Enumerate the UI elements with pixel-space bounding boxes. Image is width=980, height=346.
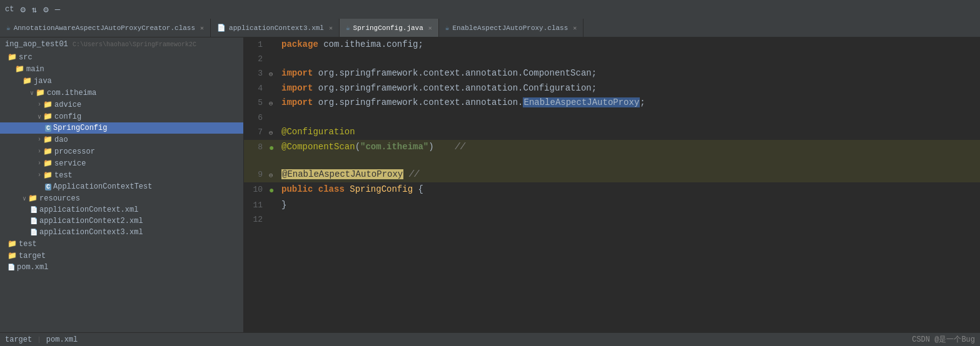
appcontext3-xml-icon: 📄 bbox=[30, 229, 38, 236]
tab-enableaspect[interactable]: ☕ EnableAspectJAutoProxy.class ✕ bbox=[439, 19, 584, 37]
line-num-4: 4 bbox=[244, 81, 269, 96]
enableaspect-tab-icon: ☕ bbox=[445, 24, 450, 32]
com-itheima-label: com.itheima bbox=[47, 89, 96, 97]
line-marker-5: ⊖ bbox=[269, 96, 279, 111]
tree-item-main[interactable]: 📁 main bbox=[0, 63, 243, 75]
settings-icon[interactable]: ⚙ bbox=[20, 4, 25, 15]
processor-icon: 📁 bbox=[43, 147, 53, 156]
tree-item-target[interactable]: 📁 target bbox=[0, 250, 243, 262]
tree-item-resources[interactable]: ∨ 📁 resources bbox=[0, 192, 243, 204]
line-content-7: @Configuration bbox=[279, 125, 980, 140]
advice-arrow: › bbox=[38, 101, 41, 108]
tab-appcontext3[interactable]: 📄 applicationContext3.xml ✕ bbox=[211, 19, 340, 37]
tree-item-com-itheima[interactable]: ∨ 📁 com.itheima bbox=[0, 87, 243, 99]
line-num-2: 2 bbox=[244, 52, 269, 66]
tree-item-dao[interactable]: › 📁 dao bbox=[0, 134, 243, 146]
target-label-tree: target bbox=[19, 252, 46, 260]
sidebar: ing_aop_test01 C:\Users\haohao\SpringFra… bbox=[0, 37, 244, 332]
dao-arrow: › bbox=[38, 136, 41, 143]
tree-item-src[interactable]: 📁 src bbox=[0, 51, 243, 63]
appcontext3-tab-icon: 📄 bbox=[217, 24, 226, 32]
minimize-icon[interactable]: — bbox=[55, 4, 60, 14]
pom-label: pom.xml bbox=[46, 335, 78, 344]
tab-springconfig[interactable]: ☕ SpringConfig.java ✕ bbox=[340, 19, 439, 37]
line-content-2 bbox=[279, 52, 980, 66]
tab-enableaspect-close[interactable]: ✕ bbox=[573, 24, 577, 32]
service-arrow: › bbox=[38, 160, 41, 167]
appcontext3-tree-label: applicationContext3.xml bbox=[39, 228, 143, 237]
line-num-10: 10 bbox=[244, 182, 269, 198]
code-line-11: 11 } bbox=[244, 198, 980, 212]
config-icon-tree: 📁 bbox=[43, 112, 53, 121]
line-content-1: package com.itheima.config; bbox=[279, 37, 980, 52]
tab-annotation-aware[interactable]: ☕ AnnotationAwareAspectJAutoProxyCreator… bbox=[0, 19, 211, 37]
tree-item-appcontexttest[interactable]: C ApplicationContextTest bbox=[0, 181, 243, 192]
line-marker-12 bbox=[269, 212, 279, 227]
tab-appcontext3-close[interactable]: ✕ bbox=[329, 24, 333, 32]
resources-label: resources bbox=[39, 194, 80, 203]
line-num-1: 1 bbox=[244, 37, 269, 52]
pom-label-tree: pom.xml bbox=[17, 263, 48, 272]
line-content-12 bbox=[279, 212, 980, 227]
code-line-12: 12 bbox=[244, 212, 980, 227]
tree-item-config[interactable]: ∨ 📁 config bbox=[0, 111, 243, 122]
tree-item-pom[interactable]: 📄 pom.xml bbox=[0, 262, 243, 273]
config-label: config bbox=[54, 112, 81, 121]
project-title: ing_aop_test01 C:\Users\haohao\SpringFra… bbox=[0, 37, 243, 51]
line-num-6: 6 bbox=[244, 111, 269, 125]
line-marker-7: ⊖ bbox=[269, 125, 279, 140]
config-icon[interactable]: ⚙ bbox=[43, 4, 48, 15]
tab-annotation-label: AnnotationAwareAspectJAutoProxyCreator.c… bbox=[14, 24, 195, 32]
tab-annotation-close[interactable]: ✕ bbox=[200, 24, 204, 32]
tree-item-advice[interactable]: › 📁 advice bbox=[0, 99, 243, 111]
tab-springconfig-close[interactable]: ✕ bbox=[428, 24, 432, 32]
tree-item-test-pkg[interactable]: › 📁 test bbox=[0, 169, 243, 181]
line-num-8: 8 bbox=[244, 140, 269, 167]
tree-item-springconfig[interactable]: C SpringConfig bbox=[0, 122, 243, 134]
top-bar: ct ⚙ ⇅ ⚙ — bbox=[0, 0, 980, 19]
appcontext1-xml-icon: 📄 bbox=[30, 206, 38, 214]
test-pkg-arrow: › bbox=[38, 172, 41, 179]
tree-item-processor[interactable]: › 📁 processor bbox=[0, 146, 243, 157]
line-num-11: 11 bbox=[244, 198, 269, 212]
code-editor[interactable]: 1 package com.itheima.config; 2 3 ⊖ impo… bbox=[244, 37, 980, 332]
line-content-5: import org.springframework.context.annot… bbox=[279, 96, 980, 111]
tabs-bar: ☕ AnnotationAwareAspectJAutoProxyCreator… bbox=[0, 19, 980, 37]
sync-icon[interactable]: ⇅ bbox=[32, 4, 37, 15]
springconfig-label: SpringConfig bbox=[53, 124, 107, 132]
tree-item-service[interactable]: › 📁 service bbox=[0, 157, 243, 169]
line-marker-6 bbox=[269, 111, 279, 125]
advice-icon: 📁 bbox=[43, 100, 53, 109]
com-itheima-arrow: ∨ bbox=[30, 89, 34, 97]
tab-appcontext3-label: applicationContext3.xml bbox=[229, 24, 324, 32]
config-arrow: ∨ bbox=[38, 113, 41, 121]
line-content-10: public class SpringConfig { bbox=[279, 182, 980, 198]
target-folder-icon: 📁 bbox=[8, 251, 17, 260]
appcontext2-xml-icon: 📄 bbox=[30, 217, 38, 225]
java-folder-icon: 📁 bbox=[23, 76, 32, 86]
line-num-12: 12 bbox=[244, 212, 269, 227]
line-num-3: 3 bbox=[244, 66, 269, 81]
project-tab-label[interactable]: ct bbox=[5, 5, 14, 14]
tree-item-java[interactable]: 📁 java bbox=[0, 75, 243, 87]
test-pkg-icon: 📁 bbox=[43, 171, 53, 180]
service-icon: 📁 bbox=[43, 159, 53, 168]
appcontexttest-label: ApplicationContextTest bbox=[53, 182, 152, 191]
processor-arrow: › bbox=[38, 148, 41, 155]
pom-xml-icon: 📄 bbox=[8, 264, 15, 271]
line-marker-1 bbox=[269, 37, 279, 52]
main-content: ing_aop_test01 C:\Users\haohao\SpringFra… bbox=[0, 37, 980, 332]
code-line-7: 7 ⊖ @Configuration bbox=[244, 125, 980, 140]
com-itheima-icon: 📁 bbox=[36, 88, 45, 97]
tree-item-appcontext2[interactable]: 📄 applicationContext2.xml bbox=[0, 215, 243, 227]
main-folder-icon: 📁 bbox=[15, 64, 24, 74]
code-line-4: 4 import org.springframework.context.ann… bbox=[244, 81, 980, 96]
tree-item-appcontext1[interactable]: 📄 applicationContext.xml bbox=[0, 204, 243, 215]
tree-item-test[interactable]: 📁 test bbox=[0, 238, 243, 250]
tree-item-appcontext3-tree[interactable]: 📄 applicationContext3.xml bbox=[0, 227, 243, 238]
line-marker-4 bbox=[269, 81, 279, 96]
code-line-3: 3 ⊖ import org.springframework.context.a… bbox=[244, 66, 980, 81]
test-pkg-label: test bbox=[54, 171, 73, 180]
line-content-4: import org.springframework.context.annot… bbox=[279, 81, 980, 96]
springconfig-tab-icon: ☕ bbox=[346, 24, 350, 32]
